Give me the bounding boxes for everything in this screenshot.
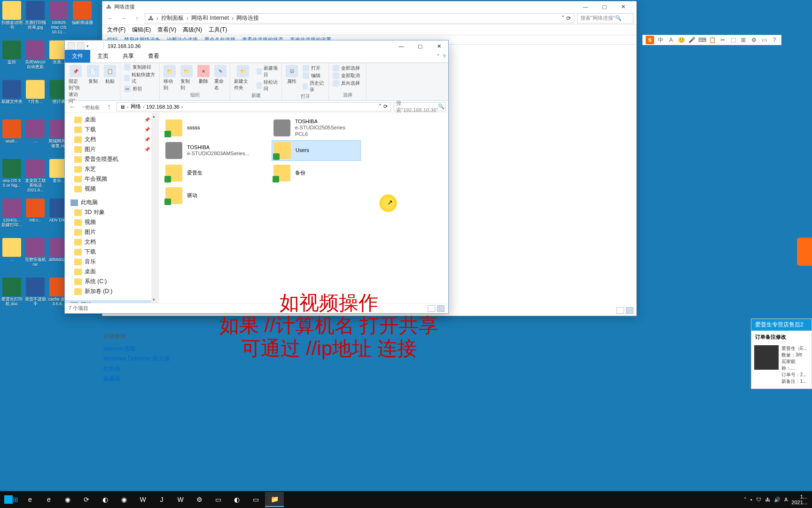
moveto-button[interactable]: 📁移动到 [164,65,176,91]
nav-item[interactable]: 下载 [65,247,158,257]
nav-item[interactable]: 东芝 [65,164,158,174]
desktop-icon[interactable]: 扫描盒说明书 [1,1,23,38]
taskbar-app[interactable]: W [171,492,190,507]
ime-settings-icon[interactable]: ⚙ [750,36,757,44]
nav-item[interactable]: 文档📌 [65,135,158,144]
up-button[interactable]: ↑ [132,13,142,24]
menu-item[interactable]: 编辑(E) [132,26,151,34]
ref-link[interactable]: 家庭组 [103,374,170,384]
collapse-ribbon-icon[interactable]: ˄ [437,54,440,60]
invertselect-button[interactable]: 反向选择 [333,80,362,87]
ime-skin-icon[interactable]: ▭ [760,36,768,44]
desktop-icon[interactable]: mb.r... [24,198,46,235]
tray-up-icon[interactable]: ˄ [744,497,747,503]
taskbar-app[interactable]: J [152,492,171,507]
properties-button[interactable]: ☑属性 [286,65,298,85]
taskbar-app[interactable]: ◐ [96,492,115,507]
maximize-button[interactable]: ▢ [411,41,429,51]
recent-dropdown[interactable]: ˅ [92,102,102,111]
tray-security-icon[interactable]: 🛡 [756,497,761,502]
refresh-icon[interactable]: ⟳ [566,15,571,22]
taskbar-app[interactable]: e [21,492,39,507]
tray-ime[interactable]: A [784,497,788,502]
pin-button[interactable]: 📌固定到"快速访问" [69,65,82,104]
nav-item[interactable]: 新加卷 (D:) [65,286,158,296]
nav-item[interactable]: 系统 (C:) [65,277,158,286]
tray-network-icon[interactable]: 🖧 [765,497,770,502]
desktop-icon[interactable]: ... [24,119,46,156]
menu-item[interactable]: 高级(N) [183,26,202,34]
ime-help-icon[interactable]: ? [771,36,778,44]
menu-item[interactable]: 文件(F) [107,26,125,34]
open-button[interactable]: 打开 [303,65,325,71]
nav-item[interactable]: 视频 [65,184,158,194]
taskbar[interactable]: ⊞ee◉⟳◐◉WJW⚙▭◐▭📁 ˄ ▪ 🛡 🖧 🔊 A 1... 2021... [0,491,812,508]
desktop-icon[interactable]: 监控 [1,40,23,77]
desktop-icon[interactable]: 退货不进助手 [24,278,46,314]
minimize-button[interactable]: — [576,1,595,12]
list-item[interactable]: sssss [164,118,253,138]
ime-mode[interactable]: 中 [657,36,664,44]
taskbar-app[interactable]: ◉ [115,492,133,507]
nav-item[interactable]: 视频 [65,217,158,227]
tab-home[interactable]: 主页 [90,50,116,63]
dropdown-icon[interactable]: ˅ [379,103,382,110]
nav-network[interactable]: 网络 [65,300,158,303]
nav-item[interactable]: 音乐 [65,257,158,267]
taskbar-app[interactable]: ⊞ [2,492,21,507]
dropdown-icon[interactable]: ˅ [562,15,564,22]
taskbar-app[interactable]: ◉ [58,492,77,507]
side-peek-icon[interactable] [797,238,812,266]
bg-menubar[interactable]: 文件(F)编辑(E)查看(V)高级(N)工具(T) [102,25,636,35]
desktop-icon[interactable]: 龙龙双工联系电话2021.6... [24,159,46,196]
nav-item[interactable]: 下载📌 [65,125,158,135]
tray-time[interactable]: 1... [791,494,807,500]
ref-link[interactable]: Windows Defender 防火墙 [103,354,170,364]
taskbar-app[interactable]: W [133,492,152,507]
order-panel[interactable]: 爱普生专营店售后2 订单备注修改 爱普生（E...数量：3件买家昵称：...订单… [751,318,812,389]
paste-button[interactable]: 📋粘贴 [104,65,116,85]
nav-tree[interactable]: 桌面📌下载📌文档📌图片📌爱普生喷墨机东芝年会视频视频 此电脑 3D 对象视频图片… [65,113,159,303]
list-item[interactable]: 驱动 [164,185,253,206]
fg-breadcrumb[interactable]: 🖥 网络 192.168.10.36 ˅ ⟳ [117,102,391,111]
desktop-icon[interactable]: 完整安装机rar [24,238,46,275]
close-button[interactable]: ✕ [614,1,632,12]
tray-volume-icon[interactable]: 🔊 [774,497,781,503]
tab-file[interactable]: 文件 [65,50,90,63]
desktop-icon[interactable]: ... [1,238,23,275]
newfolder-button[interactable]: 📁新建文件夹 [234,65,252,91]
minimize-button[interactable]: — [392,41,411,51]
maximize-button[interactable]: ▢ [595,1,614,12]
rename-button[interactable]: ✎重命名 [214,65,226,91]
selectall-button[interactable]: 全部选择 [333,65,362,71]
copy-button[interactable]: 📄复制 [87,65,99,85]
tab-view[interactable]: 查看 [141,50,166,63]
newitem-button[interactable]: 新建项目 [257,65,278,78]
file-list[interactable]: sssssTOSHIBAe-STUDIO2803AMSeries...爱普生驱动… [159,113,448,303]
desktop-icon[interactable]: 120401...新建打印... [1,198,23,235]
desktop-icon[interactable]: una OS X 5 or hig... [1,159,23,196]
selectnone-button[interactable]: 全部取消 [333,72,362,79]
back-button[interactable]: ← [68,102,77,111]
desktop-icon[interactable]: 160825 Mac OS 10.11... [48,1,70,38]
taskbar-app[interactable]: ⚙ [190,492,209,507]
copyto-button[interactable]: 📁复制到 [180,65,193,91]
list-item[interactable]: Users [272,140,361,161]
edit-button[interactable]: 编辑 [303,72,325,79]
tab-share[interactable]: 共享 [116,50,141,63]
nav-item[interactable]: 3D 对象 [65,207,158,217]
system-tray[interactable]: ˄ ▪ 🛡 🖧 🔊 A 1... 2021... [744,494,810,505]
nav-item[interactable]: 文档 [65,237,158,247]
forward-button[interactable]: → [80,102,89,111]
taskbar-app[interactable]: 📁 [265,492,284,507]
up-button[interactable]: ↑ [104,102,114,111]
desktop-icon[interactable]: 新建文件夹 [1,80,23,117]
history-button[interactable]: 历史记录 [303,80,325,93]
forward-button[interactable]: → [118,13,129,24]
taskbar-app[interactable]: ◐ [227,492,246,507]
easyaccess-button[interactable]: 轻松访问 [257,79,278,92]
menu-item[interactable]: 工具(T) [209,26,227,34]
qat-icon[interactable] [77,42,85,50]
taskbar-app[interactable]: e [39,492,58,507]
ribbon-tabs[interactable]: 文件 主页 共享 查看 [65,52,448,63]
